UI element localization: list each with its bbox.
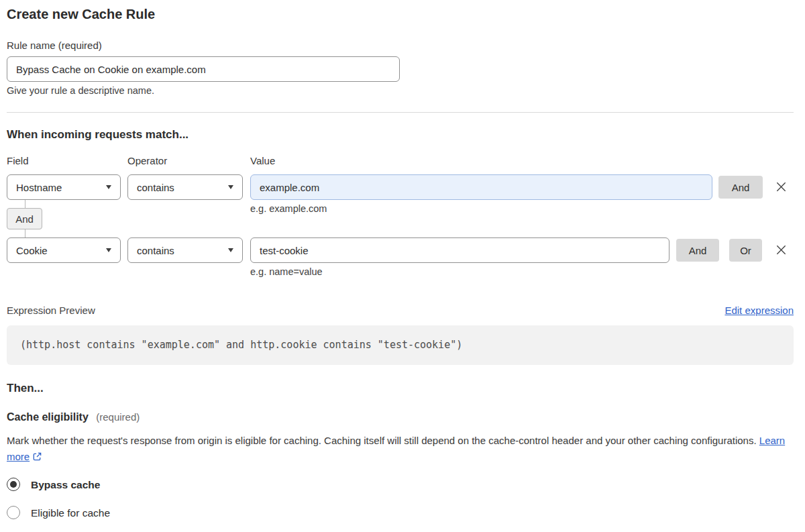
cache-eligibility-description-text: Mark whether the request's response from… — [7, 435, 757, 446]
operator-select-row1[interactable]: contains — [127, 174, 243, 200]
connector-and-button[interactable]: And — [7, 208, 42, 229]
operator-select-row1-value: contains — [137, 182, 174, 193]
column-label-operator: Operator — [127, 155, 167, 166]
remove-condition-row1-button[interactable] — [771, 177, 790, 196]
close-icon — [775, 180, 788, 193]
eligible-for-cache-radio[interactable] — [7, 506, 20, 519]
chevron-down-icon — [228, 248, 233, 252]
match-heading: When incoming requests match... — [7, 128, 189, 142]
bypass-cache-radio[interactable] — [7, 478, 20, 491]
page-title: Create new Cache Rule — [7, 7, 155, 22]
connector-line-bottom — [25, 229, 25, 237]
cache-eligibility-heading: Cache eligibility — [7, 411, 89, 423]
chevron-down-icon — [106, 248, 111, 252]
operator-select-row2-value: contains — [137, 245, 174, 256]
column-label-value: Value — [250, 155, 275, 166]
cache-eligibility-description: Mark whether the request's response from… — [7, 433, 794, 465]
and-button-row2[interactable]: And — [676, 239, 719, 262]
rule-name-label: Rule name (required) — [7, 40, 102, 51]
bypass-cache-label: Bypass cache — [31, 479, 100, 491]
edit-expression-link[interactable]: Edit expression — [724, 305, 794, 316]
external-link-icon — [32, 451, 42, 462]
value-input-row1[interactable] — [250, 174, 712, 200]
chevron-down-icon — [106, 185, 111, 189]
field-select-row1[interactable]: Hostname — [7, 174, 121, 200]
and-button-row1[interactable]: And — [718, 176, 763, 199]
close-icon — [775, 244, 788, 256]
cache-eligibility-required-note: (required) — [96, 411, 140, 423]
value-helper-row1: e.g. example.com — [250, 203, 327, 214]
section-divider — [7, 112, 794, 113]
field-select-row2-value: Cookie — [16, 245, 48, 256]
chevron-down-icon — [228, 185, 233, 189]
value-input-row2[interactable] — [250, 237, 669, 263]
column-label-field: Field — [7, 155, 29, 166]
remove-condition-row2-button[interactable] — [771, 240, 790, 259]
eligible-for-cache-label: Eligible for cache — [31, 507, 110, 519]
cache-eligibility-heading-row: Cache eligibility (required) — [7, 411, 140, 423]
field-select-row1-value: Hostname — [16, 182, 62, 193]
expression-preview-label: Expression Preview — [7, 305, 95, 316]
then-heading: Then... — [7, 382, 44, 395]
rule-name-input[interactable] — [7, 56, 400, 82]
value-helper-row2: e.g. name=value — [250, 266, 323, 277]
expression-code: (http.host contains "example.com" and ht… — [20, 339, 462, 351]
connector-line-top — [25, 200, 25, 208]
operator-select-row2[interactable]: contains — [127, 237, 243, 263]
radio-dot — [10, 481, 17, 488]
or-button-row2[interactable]: Or — [729, 239, 762, 262]
rule-name-helper: Give your rule a descriptive name. — [7, 85, 154, 96]
field-select-row2[interactable]: Cookie — [7, 237, 121, 263]
